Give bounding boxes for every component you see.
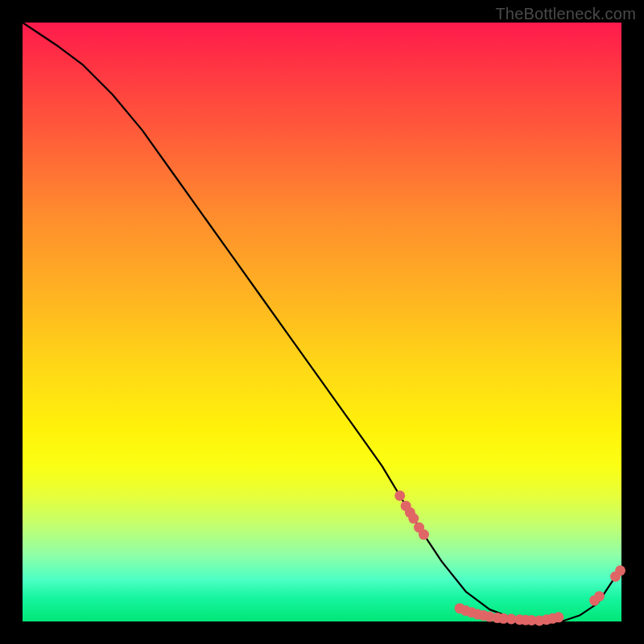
data-marker [408, 514, 419, 524]
chart-frame: TheBottleneck.com [0, 0, 644, 644]
data-marker [394, 490, 405, 501]
watermark-text: TheBottleneck.com [495, 5, 636, 23]
bottleneck-curve [23, 23, 621, 621]
data-marker [419, 530, 429, 540]
plot-area [23, 23, 621, 621]
data-marker [615, 565, 625, 576]
data-marker [553, 612, 564, 622]
marker-layer [394, 490, 625, 625]
data-marker [594, 591, 605, 601]
chart-svg [23, 23, 621, 621]
curve-layer [23, 23, 621, 621]
